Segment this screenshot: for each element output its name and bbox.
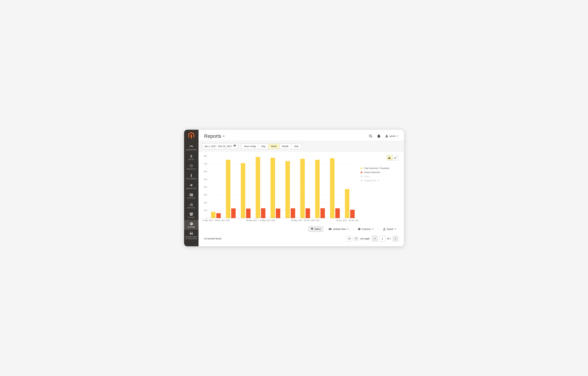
filters-button[interactable]: Filters (309, 226, 323, 232)
svg-rect-44 (270, 158, 275, 218)
granularity-group: Hour of dayDayWeekMonthYear (241, 144, 301, 149)
storefront-icon (184, 212, 199, 216)
legend-label: Total Searches / Popularity (364, 167, 389, 169)
bell-icon[interactable] (377, 135, 380, 138)
svg-rect-37 (216, 213, 221, 218)
sidebar-item-sales[interactable]: $ SALES (184, 152, 199, 162)
divider (353, 227, 353, 231)
sidebar-item-system[interactable]: SYSTEM (184, 220, 199, 230)
date-range-picker[interactable]: Jan 1, 2017 - Dec 31, 2017 (202, 143, 238, 149)
gear-icon (358, 228, 360, 230)
svg-rect-12 (234, 146, 235, 146)
bars-icon (184, 202, 199, 207)
sidebar-item-marketing[interactable]: MARKETING (184, 181, 199, 191)
svg-text:100: 100 (204, 209, 207, 211)
sidebar-item-stores[interactable]: STORES (184, 210, 199, 220)
user-menu[interactable]: admin (385, 135, 398, 137)
chart-area: 010020030040050060070080017 Apr, 2017 - … (199, 154, 404, 224)
caret-down-icon (397, 136, 398, 136)
granularity-day[interactable]: Day (258, 144, 268, 149)
sidebar-item-customers[interactable]: CUSTOMERS (184, 172, 199, 181)
svg-rect-49 (306, 208, 310, 218)
legend-item-2[interactable]: Users (361, 175, 398, 178)
granularity-hour-of-day[interactable]: Hour of day (241, 144, 259, 149)
caret-down-icon (372, 229, 374, 230)
default-view-label: Default View (333, 228, 346, 230)
blocks-icon (184, 231, 199, 236)
svg-rect-10 (235, 145, 236, 145)
svg-rect-63 (390, 158, 390, 159)
app-frame: DASHBOARD $ SALES PRODUCTS CUSTOMERS MAR… (184, 130, 404, 246)
prev-page-button[interactable] (372, 236, 377, 241)
svg-text:800: 800 (204, 155, 207, 157)
per-page-select[interactable]: 20 (346, 236, 358, 241)
granularity-month[interactable]: Month (279, 144, 291, 149)
caret-down-icon (347, 229, 348, 230)
calendar-grid-icon (234, 145, 236, 147)
svg-rect-8 (234, 145, 235, 145)
user-icon (385, 135, 388, 137)
gauge-icon (184, 144, 199, 148)
default-view-button[interactable]: Default View (326, 226, 351, 232)
sidebar-item-reports[interactable]: REPORTS (184, 201, 199, 210)
sidebar-item-label: CONTENT (184, 197, 199, 199)
next-page-button[interactable] (393, 236, 398, 241)
bar-chart: 010020030040050060070080017 Apr, 2017 - … (202, 155, 359, 224)
gear-icon (184, 222, 199, 226)
svg-text:19 Jun, 2017 - 26 Jun, 2017 (2: 19 Jun, 2017 - 26 Jun, 2017 (25) (336, 219, 359, 221)
granularity-week[interactable]: Week (268, 144, 279, 149)
svg-rect-41 (246, 209, 251, 218)
legend-item-1[interactable]: Unique Searches (361, 171, 398, 174)
page-of-label: of 1 (387, 237, 391, 240)
bullhorn-icon (184, 183, 199, 187)
sidebar-item-label: CUSTOMERS (184, 178, 199, 180)
legend-item-0[interactable]: Total Searches / Popularity (361, 167, 398, 169)
svg-rect-36 (211, 212, 215, 218)
sidebar-item-dashboard[interactable]: DASHBOARD (184, 143, 199, 152)
box-icon (184, 164, 199, 168)
date-range-value: Jan 1, 2017 - Dec 31, 2017 (204, 145, 232, 147)
magento-logo-icon (188, 132, 194, 139)
svg-rect-55 (350, 210, 354, 218)
sidebar-item-products[interactable]: PRODUCTS (184, 162, 199, 172)
search-icon[interactable] (369, 134, 373, 138)
svg-point-1 (191, 174, 192, 175)
svg-rect-11 (234, 146, 234, 146)
svg-rect-50 (315, 160, 320, 218)
svg-line-6 (371, 136, 372, 137)
granularity-year[interactable]: Year (291, 144, 301, 149)
page-title-dropdown[interactable]: Reports (204, 133, 225, 139)
svg-rect-42 (256, 157, 260, 218)
pager-bar: 10 records found 20 per page of 1 (199, 233, 404, 246)
bar-chart-button[interactable] (387, 155, 393, 160)
header: Reports admin (199, 130, 404, 141)
dollar-icon: $ (184, 154, 199, 158)
svg-rect-17 (235, 146, 235, 146)
person-icon (184, 173, 199, 178)
sidebar-item-extensions[interactable]: ND PARTNERS EXTENSIONS (184, 230, 199, 241)
sidebar-item-label: SALES (184, 158, 199, 160)
sidebar-item-content[interactable]: CONTENT (184, 191, 199, 201)
per-page-value: 20 (346, 236, 353, 241)
svg-rect-14 (235, 146, 236, 146)
legend-label: Users (364, 175, 369, 178)
columns-label: Columns (362, 228, 371, 230)
export-label: Export (387, 228, 393, 230)
legend-item-3[interactable]: Engagement, % (361, 179, 398, 182)
page-number-input[interactable] (379, 236, 385, 241)
per-page-label: per page (360, 237, 369, 240)
svg-rect-52 (330, 158, 334, 218)
columns-button[interactable]: Columns (355, 226, 376, 232)
filters-label: Filters (314, 228, 321, 230)
sidebar: DASHBOARD $ SALES PRODUCTS CUSTOMERS MAR… (184, 130, 199, 246)
caret-down-icon (395, 229, 396, 230)
svg-rect-39 (231, 209, 235, 218)
export-button[interactable]: Export (381, 226, 398, 232)
funnel-icon (311, 228, 313, 230)
svg-rect-3 (191, 203, 192, 206)
svg-rect-45 (276, 209, 280, 218)
header-actions: admin (369, 134, 398, 138)
records-found: 10 records found (204, 237, 221, 240)
line-chart-button[interactable] (392, 155, 398, 160)
legend-swatch (361, 172, 362, 173)
